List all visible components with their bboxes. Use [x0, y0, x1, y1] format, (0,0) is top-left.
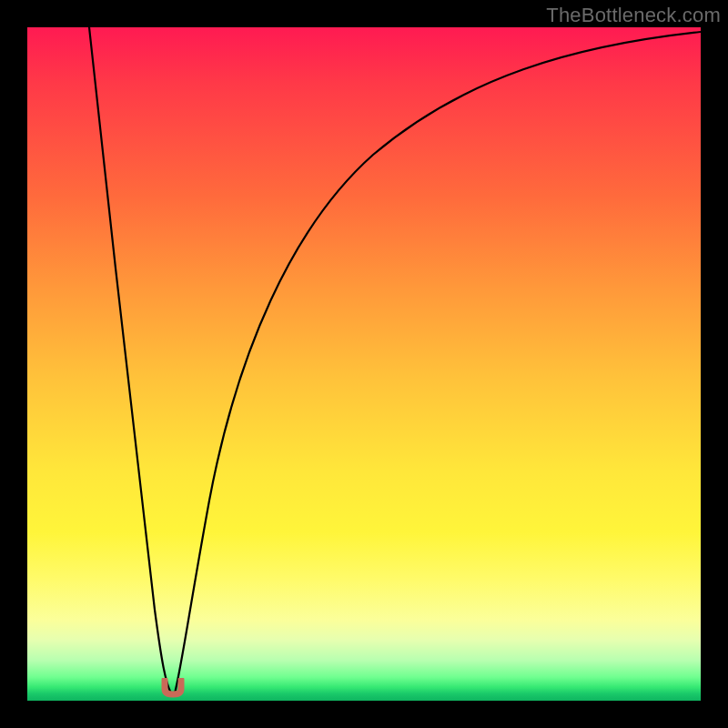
curve-right-branch [175, 32, 701, 693]
curve-layer [27, 27, 701, 701]
valley-marker [161, 678, 185, 698]
chart-frame: TheBottleneck.com [0, 0, 728, 728]
watermark-text: TheBottleneck.com [546, 4, 721, 27]
u-shape-icon [161, 678, 185, 698]
plot-area [27, 27, 701, 701]
curve-left-branch [89, 27, 171, 693]
